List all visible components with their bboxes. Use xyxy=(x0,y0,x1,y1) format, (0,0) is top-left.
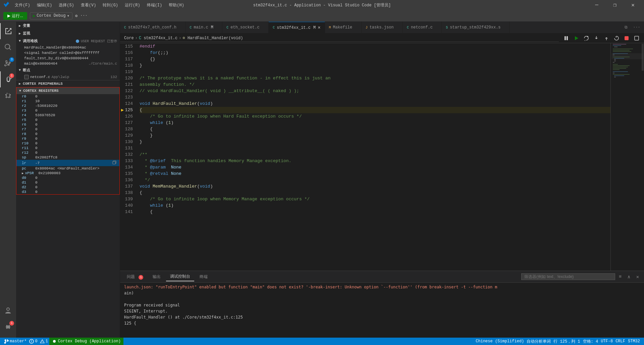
statusbar-errors[interactable]: 0 ! 1 xyxy=(28,338,49,345)
panel-close-button[interactable]: ✕ xyxy=(634,273,641,280)
breakpoints-section-header[interactable]: ▼ 断点 xyxy=(16,66,120,74)
panel-tab-debug-console[interactable]: 调试控制台 xyxy=(166,272,194,281)
call-stack-item[interactable]: <signal handler called>@0xffffffff xyxy=(16,50,120,56)
debug-restart-button[interactable] xyxy=(612,33,621,43)
copy-lr-icon[interactable] xyxy=(112,160,117,166)
statusbar-language[interactable]: STM32 xyxy=(627,338,641,345)
tab-bar: C stm32f4x7_eth_conf.h × C main.c M × C … xyxy=(120,22,644,33)
call-stack-section-header[interactable]: ▼ 调用堆栈 USER REQUEST 已暂停 xyxy=(16,37,120,45)
register-r3[interactable]: r30 xyxy=(16,108,119,113)
statusbar-utf8[interactable]: UTF-8 xyxy=(599,338,614,345)
debug-settings-icon[interactable]: ⚙ xyxy=(75,13,77,18)
tab-eth-conf[interactable]: C stm32f4x7_eth_conf.h × xyxy=(120,22,185,33)
panel-tab-problems[interactable]: 问题 1 xyxy=(123,273,147,281)
register-r5[interactable]: r50 xyxy=(16,118,119,122)
cortex-registers-header[interactable]: ▼ CORTEX REGISTERS xyxy=(16,87,119,94)
debug-step-out-button[interactable] xyxy=(602,33,611,43)
menu-help[interactable]: 帮助(H) xyxy=(166,2,187,9)
menu-terminal[interactable]: 终端(I) xyxy=(144,2,165,9)
activity-run-debug[interactable]: 1 xyxy=(0,71,16,87)
register-sp[interactable]: sp0x2002ffc8 xyxy=(16,155,119,160)
breakpoint-item[interactable]: netconf.c App\lwip 132 xyxy=(16,74,120,80)
minimize-button[interactable]: — xyxy=(589,0,604,10)
statusbar-eol-detect[interactable]: 自动分析单词 xyxy=(525,338,552,345)
activity-account[interactable] xyxy=(0,303,16,319)
register-r2[interactable]: r2-536810220 xyxy=(16,104,119,108)
register-d3[interactable]: d30 xyxy=(16,190,119,194)
debug-pause-button[interactable] xyxy=(561,33,571,43)
debug-step-over-button[interactable] xyxy=(582,33,591,43)
register-xpsr[interactable]: ▶ xPSR0x21000003 xyxy=(16,171,119,176)
tab-tasks[interactable]: J tasks.json × xyxy=(362,22,403,33)
statusbar-encoding[interactable]: Chinese (Simplified) xyxy=(474,338,525,345)
register-r0[interactable]: r00 xyxy=(16,94,119,99)
breakpoint-checkbox[interactable] xyxy=(24,75,29,79)
menu-go[interactable]: 转到(G) xyxy=(100,2,121,9)
menu-file[interactable]: 文件(F) xyxy=(12,2,33,9)
statusbar-branch[interactable]: master* xyxy=(3,338,28,345)
register-r10[interactable]: r100 xyxy=(16,141,119,146)
tab-startup[interactable]: S startup_stm32f429xx.s × xyxy=(442,22,510,33)
titlebar-left: 文件(F) 编辑(E) 选择(S) 查看(V) 转到(G) 运行(R) 终端(I… xyxy=(3,1,187,9)
register-r4[interactable]: r4536976520 xyxy=(16,113,119,118)
activity-explorer[interactable] xyxy=(0,23,16,39)
menu-select[interactable]: 选择(S) xyxy=(56,2,77,9)
tab-close-stm32-it[interactable]: × xyxy=(318,25,320,30)
call-stack-item[interactable]: HardFault_Handler@0x080004ac xyxy=(16,45,120,50)
split-editor-button[interactable]: ⧉ xyxy=(621,23,631,32)
register-d1[interactable]: d10 xyxy=(16,180,119,185)
register-r11[interactable]: r110 xyxy=(16,146,119,150)
variables-section-header[interactable]: ▶ 变量 xyxy=(16,22,120,29)
more-actions-button[interactable]: ··· xyxy=(632,23,641,32)
statusbar-debug[interactable]: Cortex Debug (Application) xyxy=(49,338,123,345)
debug-disconnect-button[interactable] xyxy=(632,33,641,43)
debug-step-into-button[interactable] xyxy=(592,33,601,43)
filter-input[interactable] xyxy=(521,273,615,280)
close-button[interactable]: ✕ xyxy=(625,0,641,10)
tab-makefile[interactable]: M Makefile × xyxy=(325,22,362,33)
panel-collapse-button[interactable]: ∧ xyxy=(625,273,633,280)
register-r12[interactable]: r120 xyxy=(16,150,119,155)
breadcrumb-core[interactable]: Core xyxy=(124,36,134,41)
maximize-button[interactable]: ❐ xyxy=(607,0,623,10)
panel-tab-output[interactable]: 输出 xyxy=(149,273,165,281)
tab-eth-socket[interactable]: C eth_socket.c × xyxy=(222,22,269,33)
activity-settings[interactable]: 1 xyxy=(0,319,16,335)
statusbar-crlf[interactable]: CRLF xyxy=(614,338,627,345)
activity-search[interactable] xyxy=(0,39,16,55)
register-d0[interactable]: d00 xyxy=(16,176,119,180)
register-r9[interactable]: r90 xyxy=(16,136,119,141)
tab-main[interactable]: C main.c M × xyxy=(185,22,222,33)
statusbar-spaces[interactable]: 空格: 4 xyxy=(582,338,600,345)
tab-stm32-it[interactable]: C stm32f4xx_it.c M × xyxy=(269,22,325,33)
tab-icon-eth-conf: C xyxy=(124,26,126,29)
watch-section-header[interactable]: ▶ 监视 xyxy=(16,29,120,37)
debug-continue-button[interactable] xyxy=(572,33,581,43)
register-lr[interactable]: lr-7 xyxy=(16,160,119,166)
menu-view[interactable]: 查看(V) xyxy=(78,2,99,9)
menu-run[interactable]: 运行(R) xyxy=(122,2,143,9)
debug-config[interactable]: ▶ Cortex Debug ▾ xyxy=(30,12,72,19)
register-r6[interactable]: r60 xyxy=(16,122,119,127)
register-d2[interactable]: d20 xyxy=(16,185,119,190)
panel-list-view-button[interactable]: ≡ xyxy=(616,273,624,280)
activity-extensions[interactable] xyxy=(0,87,16,104)
panel-tab-terminal[interactable]: 终端 xyxy=(196,273,212,281)
register-pc[interactable]: pc0x80004ac <HardFault_Handler> xyxy=(16,166,119,171)
cortex-peripherals-header[interactable]: ▶ CORTEX PERIPHERALS xyxy=(16,80,120,87)
register-r1[interactable]: r110 xyxy=(16,99,119,104)
call-stack-item[interactable]: fault_test_by_div0@0x08000444 xyxy=(16,56,120,61)
statusbar-line-col[interactable]: 行 125，列 1 xyxy=(552,338,581,345)
tab-netconf[interactable]: C netconf.c × xyxy=(403,22,442,33)
run-button[interactable]: ▶ 运行... xyxy=(3,12,27,20)
register-r8[interactable]: r80 xyxy=(16,132,119,136)
debug-more-icon[interactable]: ··· xyxy=(80,13,88,18)
breadcrumb-file[interactable]: C stm32f4xx_it.c xyxy=(139,36,177,41)
register-r7[interactable]: r70 xyxy=(16,127,119,132)
debug-stop-button[interactable] xyxy=(622,33,631,43)
breadcrumb-function[interactable]: ⊙ HardFault_Handler(void) xyxy=(182,36,243,41)
menu-edit[interactable]: 编辑(E) xyxy=(34,2,55,9)
activity-source-control[interactable]: 3 xyxy=(0,55,16,71)
call-stack-item[interactable]: main@0x08000464 ./Core/main.c xyxy=(16,61,120,66)
code-editor[interactable]: #endif for(;;) {} } /* The prototype sho… xyxy=(137,43,610,271)
